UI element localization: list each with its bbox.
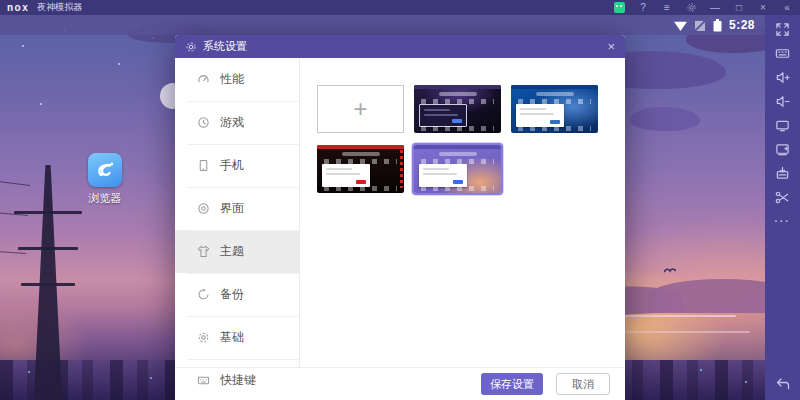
title-bar: nox 夜神模拟器 ? ≡ — □ × « (0, 0, 800, 15)
mountain (648, 279, 765, 313)
shortcut-icon (197, 374, 210, 387)
city-light (745, 381, 747, 383)
cloud (630, 107, 700, 131)
virtual-keys-icon[interactable] (774, 45, 791, 62)
cancel-button[interactable]: 取消 (556, 373, 610, 395)
dialog-body: 性能 游戏 手机 界面 主题 (175, 58, 625, 367)
gauge-icon (197, 73, 210, 86)
star (40, 103, 42, 105)
rotate-screen-icon[interactable] (774, 117, 791, 134)
menu-item-backup[interactable]: 备份 (175, 273, 299, 316)
city-light (28, 371, 30, 373)
menu-label: 性能 (220, 71, 244, 88)
clock: 5:28 (729, 18, 755, 32)
menu-label: 界面 (220, 200, 244, 217)
more-icon[interactable]: ··· (774, 213, 791, 230)
menu-item-phone[interactable]: 手机 (175, 144, 299, 187)
theme-thumbnail-blue[interactable] (511, 85, 598, 133)
menu-item-basic[interactable]: 基础 (175, 316, 299, 359)
dialog-close-icon[interactable]: × (607, 40, 615, 53)
game-icon (197, 116, 210, 129)
star (22, 45, 24, 47)
settings-menu: 性能 游戏 手机 界面 主题 (175, 58, 300, 367)
tower-arm (21, 283, 75, 286)
menu-label: 手机 (220, 157, 244, 174)
close-button[interactable]: × (757, 2, 769, 14)
android-status-bar: 5:28 (0, 15, 765, 35)
backup-icon (197, 288, 210, 301)
back-icon[interactable] (774, 375, 791, 392)
volume-down-icon[interactable] (774, 93, 791, 110)
menu-label: 快捷键 (220, 372, 256, 389)
collapse-sidebar-icon[interactable]: « (781, 2, 793, 14)
wifi-icon (674, 20, 687, 31)
cut-icon[interactable] (774, 189, 791, 206)
screenshot-icon[interactable] (774, 141, 791, 158)
help-icon[interactable]: ? (637, 2, 649, 14)
theme-thumbnail-dark[interactable] (414, 85, 501, 133)
minimize-button[interactable]: — (709, 2, 721, 14)
browser-app-icon[interactable] (88, 153, 122, 187)
tower-arm (14, 211, 82, 214)
settings-gear-icon[interactable] (685, 2, 697, 14)
tower-arm (18, 247, 78, 250)
system-settings-dialog: 系统设置 × 性能 游戏 手机 界面 (175, 35, 625, 400)
menu-item-interface[interactable]: 界面 (175, 187, 299, 230)
city-light (700, 369, 702, 371)
phone-icon (197, 159, 210, 172)
bird (664, 267, 676, 274)
volume-up-icon[interactable] (774, 69, 791, 86)
window-title: 夜神模拟器 (37, 1, 82, 14)
toolbar-sidebar: ··· (765, 15, 800, 400)
settings-gear-icon (185, 41, 197, 53)
theme-icon (197, 245, 210, 258)
fullscreen-icon[interactable] (774, 21, 791, 38)
menu-label: 游戏 (220, 114, 244, 131)
menu-label: 主题 (220, 243, 244, 260)
dialog-title: 系统设置 (203, 39, 247, 54)
browser-app-label: 浏览器 (70, 191, 140, 206)
basic-icon (197, 331, 210, 344)
title-bar-controls: ? ≡ — □ × « (613, 2, 793, 14)
menu-label: 基础 (220, 329, 244, 346)
menu-icon[interactable]: ≡ (661, 2, 673, 14)
add-theme-button[interactable]: + (317, 85, 404, 133)
app-store-icon[interactable] (613, 2, 625, 14)
nox-logo: nox (7, 2, 29, 13)
menu-item-theme[interactable]: 主题 (175, 230, 299, 273)
theme-gallery: + (300, 58, 625, 367)
menu-item-game[interactable]: 游戏 (175, 101, 299, 144)
city-light (150, 377, 152, 379)
browser-swoosh-icon (93, 158, 117, 182)
theme-thumbnail-purple[interactable] (414, 145, 501, 193)
interface-icon (197, 202, 210, 215)
battery-icon (713, 19, 722, 32)
maximize-button[interactable]: □ (733, 2, 745, 14)
install-apk-icon[interactable] (774, 165, 791, 182)
star (118, 63, 120, 65)
cell-signal-icon (694, 20, 706, 31)
nox-emulator-window: nox 夜神模拟器 ? ≡ — □ × « (0, 0, 800, 400)
menu-item-shortcuts[interactable]: 快捷键 (175, 359, 299, 400)
theme-thumbnail-red[interactable] (317, 145, 404, 193)
dialog-header: 系统设置 × (175, 35, 625, 58)
menu-label: 备份 (220, 286, 244, 303)
save-settings-button[interactable]: 保存设置 (481, 373, 543, 395)
menu-item-performance[interactable]: 性能 (175, 58, 299, 101)
